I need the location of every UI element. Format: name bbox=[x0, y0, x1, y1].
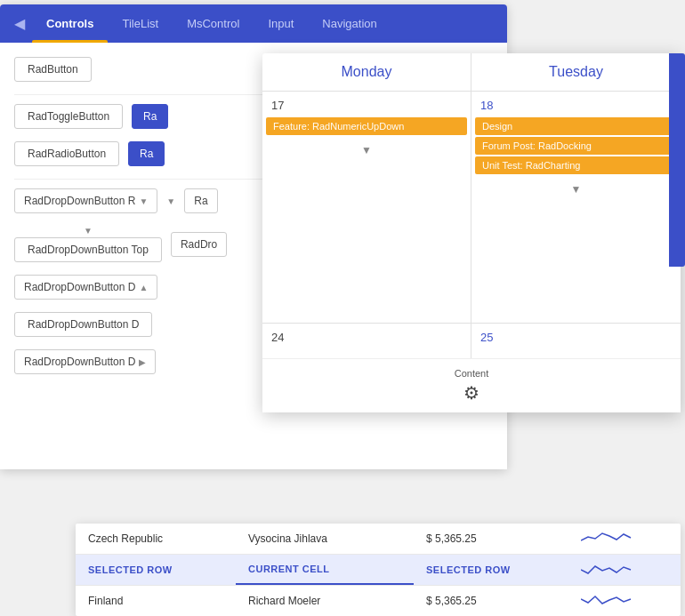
calendar-tuesday-col: 18 Design Forum Post: RadDocking Unit Te… bbox=[471, 92, 681, 323]
gear-icon: ⚙ bbox=[463, 382, 480, 404]
rad-dropdown-button-d3[interactable]: RadDropDownButton D ▶ bbox=[14, 349, 156, 374]
calendar-event-design[interactable]: Design bbox=[475, 117, 677, 135]
tab-tilelist[interactable]: TileList bbox=[108, 4, 173, 43]
tab-bar: ◀ Controls TileList MsControl Input Navi… bbox=[0, 4, 507, 43]
chevron-down-icon: ▼ bbox=[139, 196, 148, 206]
rad-dropdown-button-r[interactable]: RadDropDownButton R ▼ bbox=[14, 188, 157, 213]
rad-button[interactable]: RadButton bbox=[14, 57, 92, 82]
tab-input[interactable]: Input bbox=[254, 4, 308, 43]
cell-amount-2: $ 5,365.25 bbox=[414, 586, 574, 616]
rad-radio-button-right[interactable]: Ra bbox=[128, 141, 165, 166]
rad-dropdown-button-d[interactable]: RadDropDownButton D ▲ bbox=[14, 275, 157, 300]
calendar-more-tuesday[interactable]: ▼ bbox=[471, 176, 681, 199]
cell-name-2: Richard Moeler bbox=[236, 586, 414, 616]
cell-current: CURRENT CELL bbox=[236, 555, 414, 585]
chevron-right-icon: ▶ bbox=[139, 357, 146, 367]
cell-country-1: Czech Republic bbox=[76, 524, 236, 554]
chevron-down-icon-2: ▼ bbox=[166, 196, 175, 206]
table-row-2: Finland Richard Moeler $ 5,365.25 bbox=[76, 586, 681, 616]
tab-mscontrol[interactable]: MsControl bbox=[173, 4, 254, 43]
chevron-down-icon-3: ▼ bbox=[84, 226, 93, 236]
calendar-date-25: 25 bbox=[471, 324, 681, 348]
calendar-header: Monday Tuesday bbox=[262, 53, 681, 92]
calendar-monday-col: 17 Feature: RadNumericUpDown ▼ bbox=[262, 92, 471, 323]
content-button-area: Content ⚙ bbox=[262, 358, 681, 412]
calendar-date-17: 17 bbox=[262, 92, 471, 116]
sparkline-2 bbox=[574, 556, 681, 584]
calendar-event-forum[interactable]: Forum Post: RadDocking bbox=[475, 137, 677, 155]
grid-table: Czech Republic Vysocina Jihlava $ 5,365.… bbox=[76, 524, 681, 616]
cell-selected-1: SELECTED ROW bbox=[76, 556, 236, 584]
rad-dropdown-button-top[interactable]: RadDropDownButton Top bbox=[14, 237, 162, 262]
calendar-date-18: 18 bbox=[471, 92, 681, 116]
table-row-selected: SELECTED ROW CURRENT CELL SELECTED ROW bbox=[76, 555, 681, 586]
calendar-tuesday-header: Tuesday bbox=[471, 53, 681, 91]
cell-city-1: Vysocina Jihlava bbox=[236, 524, 414, 554]
sparkline-1 bbox=[574, 524, 681, 553]
rad-dropdown-button-top2[interactable]: RadDro bbox=[171, 232, 227, 257]
content-label: Content bbox=[455, 368, 489, 379]
cell-country-2: Finland bbox=[76, 586, 236, 616]
cell-amount-1: $ 5,365.25 bbox=[414, 524, 574, 554]
back-button[interactable]: ◀ bbox=[7, 8, 32, 40]
calendar-event-feature[interactable]: Feature: RadNumericUpDown bbox=[266, 117, 467, 135]
sparkline-3 bbox=[574, 587, 681, 615]
calendar-monday-header: Monday bbox=[262, 53, 471, 91]
rad-toggle-button[interactable]: RadToggleButton bbox=[14, 104, 123, 129]
table-row: Czech Republic Vysocina Jihlava $ 5,365.… bbox=[76, 524, 681, 555]
rad-toggle-button-right[interactable]: Ra bbox=[132, 104, 168, 129]
chevron-up-icon: ▲ bbox=[139, 283, 148, 292]
cell-selected-2: SELECTED ROW bbox=[414, 556, 574, 584]
calendar-body: 17 Feature: RadNumericUpDown ▼ 18 Design… bbox=[262, 92, 681, 323]
calendar-event-unit[interactable]: Unit Test: RadCharting bbox=[475, 156, 677, 174]
content-button[interactable]: Content ⚙ bbox=[455, 368, 489, 404]
calendar-date-24: 24 bbox=[262, 324, 471, 348]
rad-radio-button[interactable]: RadRadioButton bbox=[14, 141, 119, 166]
rad-dropdown-button-d2[interactable]: RadDropDownButton D bbox=[14, 312, 152, 337]
tab-controls[interactable]: Controls bbox=[32, 4, 108, 43]
calendar-panel: Monday Tuesday 17 Feature: RadNumericUpD… bbox=[262, 53, 681, 412]
tab-navigation[interactable]: Navigation bbox=[308, 4, 391, 43]
calendar-more-monday[interactable]: ▼ bbox=[262, 137, 471, 160]
scroll-indicator[interactable] bbox=[669, 53, 685, 267]
rad-dropdown-button-r2[interactable]: Ra bbox=[184, 188, 217, 213]
